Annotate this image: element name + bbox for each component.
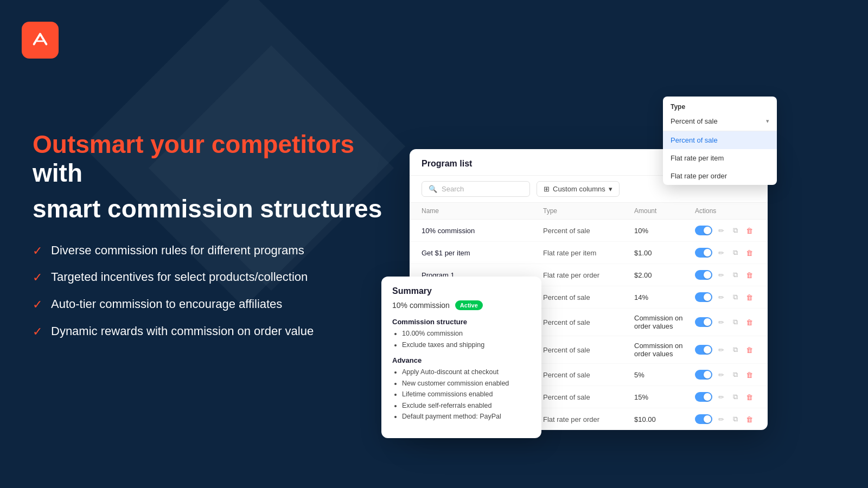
row-type: Percent of sale	[543, 293, 634, 301]
toggle-switch[interactable]	[695, 345, 712, 355]
toggle-switch[interactable]	[695, 370, 712, 380]
copy-icon[interactable]: ⧉	[730, 369, 741, 380]
row-type: Percent of sale	[543, 371, 634, 379]
hero-headline: Outsmart your competitors with	[33, 130, 401, 188]
dropdown-option-0[interactable]: Percent of sale	[663, 131, 777, 149]
row-amount: $10.00	[634, 415, 695, 423]
row-actions: ✏ ⧉ 🗑	[695, 369, 756, 380]
hero-section: Outsmart your competitors with smart com…	[33, 130, 401, 339]
search-placeholder: Search	[442, 185, 464, 193]
row-type: Percent of sale	[543, 346, 634, 354]
copy-icon[interactable]: ⧉	[730, 247, 741, 258]
col-name: Name	[422, 207, 543, 215]
row-amount: $1.00	[634, 249, 695, 257]
row-amount: $2.00	[634, 271, 695, 279]
dropdown-selected-value[interactable]: Percent of sale ▾	[663, 114, 777, 131]
col-type: Type	[543, 207, 634, 215]
edit-icon[interactable]: ✏	[716, 369, 726, 380]
commission-item: 10.00% commission	[402, 329, 531, 339]
app-logo	[22, 22, 59, 59]
toggle-switch[interactable]	[695, 317, 712, 327]
custom-columns-button[interactable]: ⊞ Custom columns ▾	[537, 181, 620, 197]
copy-icon[interactable]: ⧉	[730, 292, 741, 303]
copy-icon[interactable]: ⧉	[730, 269, 741, 280]
summary-card: Summary 10% commission Active Commission…	[381, 277, 541, 438]
delete-icon[interactable]: 🗑	[744, 391, 755, 402]
advance-item: Apply Auto-discount at checkout	[402, 368, 531, 377]
delete-icon[interactable]: 🗑	[744, 269, 755, 280]
dropdown-option-1[interactable]: Flat rate per item	[663, 149, 777, 167]
advance-items-list: Apply Auto-discount at checkoutNew custo…	[392, 368, 531, 422]
row-type: Percent of sale	[543, 227, 634, 235]
col-actions: Actions	[695, 207, 756, 215]
check-icon: ✓	[33, 243, 42, 259]
row-type: Percent of sale	[543, 318, 634, 326]
copy-icon[interactable]: ⧉	[730, 317, 741, 328]
delete-icon[interactable]: 🗑	[744, 369, 755, 380]
delete-icon[interactable]: 🗑	[744, 247, 755, 258]
check-icon: ✓	[33, 324, 42, 340]
dropdown-label: Type	[663, 97, 777, 114]
row-actions: ✏ ⧉ 🗑	[695, 225, 756, 236]
search-icon: 🔍	[429, 185, 437, 193]
delete-icon[interactable]: 🗑	[744, 317, 755, 328]
row-actions: ✏ ⧉ 🗑	[695, 344, 756, 355]
table-row: 10% commission Percent of sale 10% ✏ ⧉ 🗑	[410, 220, 768, 242]
edit-icon[interactable]: ✏	[716, 225, 726, 236]
row-actions: ✏ ⧉ 🗑	[695, 391, 756, 402]
delete-icon[interactable]: 🗑	[744, 292, 755, 303]
copy-icon[interactable]: ⧉	[730, 344, 741, 355]
toggle-switch[interactable]	[695, 226, 712, 235]
edit-icon[interactable]: ✏	[716, 247, 726, 258]
summary-program-name: 10% commission	[392, 301, 450, 310]
feature-text: Auto-tier commission to encourage affili…	[51, 297, 282, 312]
row-amount: Commission on order values	[634, 314, 695, 330]
row-amount: Commission on order values	[634, 342, 695, 358]
feature-text: Dynamic rewards with commission on order…	[51, 324, 314, 339]
delete-icon[interactable]: 🗑	[744, 414, 755, 425]
check-icon: ✓	[33, 297, 42, 313]
copy-icon[interactable]: ⧉	[730, 391, 741, 402]
check-icon: ✓	[33, 270, 42, 286]
summary-name-row: 10% commission Active	[392, 300, 531, 310]
feature-list: ✓Diverse commission rules for different …	[33, 243, 401, 339]
table-row: Get $1 per item Flat rate per item $1.00…	[410, 242, 768, 264]
dropdown-option-2[interactable]: Flat rate per order	[663, 167, 777, 185]
col-amount: Amount	[634, 207, 695, 215]
toggle-switch[interactable]	[695, 270, 712, 280]
feature-text: Targeted incentives for select products/…	[51, 269, 308, 285]
row-name: 10% commission	[422, 227, 543, 235]
custom-columns-label: Custom columns	[553, 185, 605, 193]
row-type: Flat rate per item	[543, 249, 634, 257]
headline-normal: with	[33, 159, 82, 187]
copy-icon[interactable]: ⧉	[730, 414, 741, 425]
advance-item: New customer commission enabled	[402, 379, 531, 389]
advance-title: Advance	[392, 356, 531, 364]
selected-option-text: Percent of sale	[671, 117, 718, 125]
toggle-switch[interactable]	[695, 292, 712, 302]
edit-icon[interactable]: ✏	[716, 414, 726, 425]
commission-items-list: 10.00% commissionExclude taxes and shipp…	[392, 329, 531, 350]
dropdown-options-list: Percent of saleFlat rate per itemFlat ra…	[663, 131, 777, 185]
copy-icon[interactable]: ⧉	[730, 225, 741, 236]
edit-icon[interactable]: ✏	[716, 317, 726, 328]
toggle-switch[interactable]	[695, 248, 712, 258]
delete-icon[interactable]: 🗑	[744, 344, 755, 355]
edit-icon[interactable]: ✏	[716, 269, 726, 280]
row-actions: ✏ ⧉ 🗑	[695, 247, 756, 258]
feature-item: ✓Targeted incentives for select products…	[33, 269, 401, 286]
toggle-switch[interactable]	[695, 392, 712, 402]
edit-icon[interactable]: ✏	[716, 391, 726, 402]
row-amount: 10%	[634, 227, 695, 235]
dropdown-chevron-icon: ▾	[766, 118, 769, 125]
edit-icon[interactable]: ✏	[716, 292, 726, 303]
edit-icon[interactable]: ✏	[716, 344, 726, 355]
advance-item: Default payment method: PayPal	[402, 412, 531, 422]
table-headers: Name Type Amount Actions	[410, 203, 768, 220]
columns-icon: ⊞	[544, 185, 550, 193]
toggle-switch[interactable]	[695, 414, 712, 424]
delete-icon[interactable]: 🗑	[744, 225, 755, 236]
search-box[interactable]: 🔍 Search	[422, 181, 530, 197]
row-type: Percent of sale	[543, 393, 634, 401]
feature-text: Diverse commission rules for different p…	[51, 243, 304, 259]
